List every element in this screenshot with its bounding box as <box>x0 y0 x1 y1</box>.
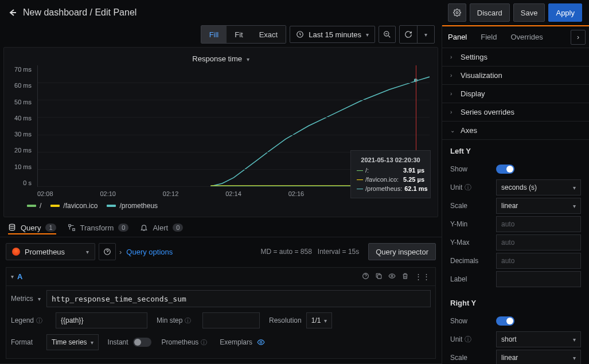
side-tab-field[interactable]: Field <box>481 26 497 48</box>
left-y-max-input[interactable] <box>496 234 581 251</box>
help-icon[interactable] <box>362 272 369 281</box>
legend-item[interactable]: / <box>27 202 41 210</box>
query-meta: MD = auto = 858 Interval = 15s <box>260 248 359 256</box>
left-y-heading: Left Y <box>450 147 581 155</box>
info-icon[interactable]: ⓘ <box>36 316 42 325</box>
chevron-right-icon[interactable]: › <box>119 248 122 256</box>
right-y-unit-select[interactable]: short▾ <box>496 331 581 347</box>
section-axes[interactable]: ⌄Axes <box>442 122 589 140</box>
time-range-label: Last 15 minutes <box>309 30 361 39</box>
section-display[interactable]: ›Display <box>442 85 589 103</box>
chevron-down-icon: ▾ <box>86 249 89 255</box>
svg-rect-7 <box>72 229 75 231</box>
svg-point-0 <box>456 11 458 14</box>
section-visualization[interactable]: ›Visualization <box>442 66 589 85</box>
chevron-down-icon: ▾ <box>247 56 249 62</box>
chevron-down-icon: ▾ <box>366 32 369 38</box>
legend-item[interactable]: /favicon.ico <box>50 202 97 210</box>
refresh-interval-dropdown[interactable]: ▾ <box>417 26 434 43</box>
svg-point-12 <box>260 341 262 343</box>
instant-label: Instant <box>108 338 128 346</box>
right-y-heading: Right Y <box>450 299 581 307</box>
metrics-label: Metrics <box>11 295 42 303</box>
format-label: Format <box>11 338 42 346</box>
svg-point-5 <box>9 224 14 226</box>
side-tab-overrides[interactable]: Overrides <box>510 26 543 48</box>
y-tick-labels: 70 ms60 ms50 ms40 ms30 ms20 ms10 ms0 s <box>10 65 35 187</box>
tab-query[interactable]: Query 1 <box>8 224 56 234</box>
transform-icon <box>68 224 76 232</box>
query-inspector-button[interactable]: Query inspector <box>368 243 436 260</box>
left-y-show-toggle[interactable] <box>496 165 514 174</box>
chart-legend: //favicon.ico/prometheus <box>10 197 432 211</box>
datasource-select[interactable]: Prometheus ▾ <box>6 243 95 260</box>
tooltip-timestamp: 2021-05-13 02:20:30 <box>357 155 424 165</box>
section-settings[interactable]: ›Settings <box>442 48 589 66</box>
view-exact[interactable]: Exact <box>251 26 286 43</box>
svg-rect-10 <box>377 275 381 279</box>
time-range-picker[interactable]: Last 15 minutes ▾ <box>290 26 375 43</box>
chevron-down-icon[interactable] <box>36 295 41 303</box>
duplicate-icon[interactable] <box>375 272 383 281</box>
left-y-min-input[interactable] <box>496 216 581 232</box>
info-icon[interactable]: ⓘ <box>185 316 191 325</box>
exemplars-eye-icon[interactable] <box>257 338 265 346</box>
left-y-label-input[interactable] <box>496 271 581 287</box>
view-mode-segmented: Fill Fit Exact <box>201 25 287 44</box>
left-y-decimals-input[interactable] <box>496 253 581 269</box>
svg-point-11 <box>391 275 393 277</box>
back-arrow[interactable] <box>7 7 18 18</box>
info-icon[interactable]: ⓘ <box>465 335 471 345</box>
prometheus-logo-icon <box>12 248 20 256</box>
svg-rect-6 <box>68 225 71 227</box>
save-button[interactable]: Save <box>513 3 545 22</box>
resolution-label: Resolution <box>269 316 302 324</box>
delete-icon[interactable] <box>401 272 409 281</box>
toggle-visibility-icon[interactable] <box>388 272 396 281</box>
tabs-scroll-right[interactable]: › <box>571 30 586 45</box>
view-fill[interactable]: Fill <box>201 26 227 43</box>
query-ref-id[interactable]: A <box>17 272 22 281</box>
minstep-input[interactable] <box>202 312 260 328</box>
right-y-show-toggle[interactable] <box>496 316 514 326</box>
prometheus-label: Prometheus ⓘ <box>162 338 208 347</box>
metrics-input[interactable] <box>46 290 431 307</box>
panel-title[interactable]: Response time ▾ <box>10 51 432 65</box>
datasource-help-button[interactable] <box>99 243 116 260</box>
bell-icon <box>140 224 148 232</box>
chart-viz[interactable]: 70 ms60 ms50 ms40 ms30 ms20 ms10 ms0 s 0… <box>10 65 432 197</box>
panel-settings-gear[interactable] <box>448 3 466 22</box>
query-options-link[interactable]: Query options <box>126 248 173 256</box>
clock-icon <box>296 30 304 38</box>
resolution-select[interactable]: 1/1▾ <box>306 312 333 328</box>
right-y-scale-select[interactable]: linear▾ <box>496 350 581 364</box>
tab-transform[interactable]: Transform 0 <box>68 224 129 234</box>
zoom-out-button[interactable] <box>379 26 396 43</box>
instant-toggle[interactable] <box>133 338 151 347</box>
section-series-overrides[interactable]: ›Series overrides <box>442 103 589 122</box>
view-fit[interactable]: Fit <box>227 26 251 43</box>
query-count-badge: 1 <box>45 224 56 232</box>
drag-handle-icon[interactable]: ⋮⋮ <box>415 272 431 281</box>
legend-item[interactable]: /prometheus <box>107 202 158 210</box>
exemplars-label: Exemplars <box>220 338 252 346</box>
refresh-button[interactable] <box>400 26 417 43</box>
discard-button[interactable]: Discard <box>470 3 510 22</box>
side-tab-panel[interactable]: Panel <box>448 26 467 48</box>
collapse-toggle[interactable]: ▾ <box>11 273 14 280</box>
apply-button[interactable]: Apply <box>548 3 582 22</box>
minstep-label: Min step ⓘ <box>157 316 198 325</box>
info-icon[interactable]: ⓘ <box>465 183 471 193</box>
info-icon[interactable]: ⓘ <box>201 338 207 347</box>
left-y-scale-select[interactable]: linear▾ <box>496 198 581 214</box>
left-y-unit-select[interactable]: seconds (s)▾ <box>496 179 581 195</box>
tab-alert[interactable]: Alert 0 <box>140 224 183 234</box>
legend-input[interactable] <box>56 312 147 328</box>
database-icon <box>8 224 16 232</box>
legend-label: Legend ⓘ <box>11 316 51 325</box>
breadcrumb: New dashboard / Edit Panel <box>23 7 136 18</box>
chart-tooltip: 2021-05-13 02:20:30 —/:3.91 µs—/favicon.… <box>350 150 431 198</box>
format-select[interactable]: Time series▾ <box>46 334 99 350</box>
